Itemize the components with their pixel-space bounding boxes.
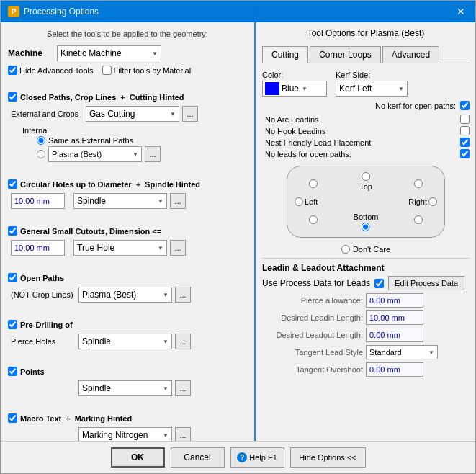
cancel-button[interactable]: Cancel: [171, 447, 225, 468]
plasma-dots-btn[interactable]: ...: [145, 146, 161, 162]
pre-drilling-controls: Pierce Holes Spindle ▼ ...: [11, 334, 247, 349]
open-paths-controls: (NOT Crop Lines) Plasma (Best) ▼ ...: [11, 287, 247, 303]
tangent-style-select[interactable]: Standard ▼: [366, 345, 438, 359]
points-dots-btn[interactable]: ...: [175, 380, 191, 396]
hide-advanced-checkbox[interactable]: [8, 66, 17, 75]
footer: OK Cancel ? Help F1 Hide Options <<: [1, 441, 475, 473]
radio-left[interactable]: [295, 197, 303, 206]
external-select[interactable]: Gas Cutting ▼: [86, 106, 179, 122]
title-bar: P Processing Options ✕: [1, 1, 475, 22]
dont-care-row: Don't Care: [262, 245, 470, 254]
checkboxes-row: Hide Advanced Tools Filter tools by Mate…: [8, 66, 247, 75]
radio-plasma[interactable]: [37, 150, 45, 158]
use-process-checkbox[interactable]: [374, 279, 384, 288]
title-bar-left: P Processing Options: [8, 6, 99, 17]
pre-drilling-tool-select[interactable]: Spindle ▼: [78, 334, 172, 349]
small-cutouts-dots-btn[interactable]: ...: [170, 240, 186, 256]
dialog-content: Select the tools to be applied to the ge…: [1, 22, 475, 441]
radio-top[interactable]: [362, 172, 370, 181]
circular-holes-checkbox[interactable]: [8, 179, 17, 189]
leadin-row: Use Process Data for Leads Edit Process …: [262, 276, 470, 290]
radio-same[interactable]: [37, 136, 45, 145]
closed-paths-checkbox[interactable]: [8, 92, 17, 102]
open-paths-checkbox[interactable]: [8, 273, 17, 282]
filter-material-checkbox[interactable]: [102, 66, 112, 75]
color-swatch: [265, 82, 279, 95]
tab-cutting[interactable]: Cutting: [262, 46, 308, 63]
tangent-style-arrow: ▼: [428, 349, 434, 356]
machine-row: Machine Kinetic Machine ▼: [8, 45, 247, 61]
ok-button[interactable]: OK: [111, 447, 165, 468]
leadin-section: Leadin & Leadout Attachment Use Process …: [262, 258, 470, 377]
hide-advanced-text: Hide Advanced Tools: [19, 66, 94, 75]
points-controls: Spindle ▼ ...: [11, 380, 247, 396]
radio-plasma-row: Plasma (Best) ▼ ...: [37, 146, 247, 162]
small-cutouts-dim[interactable]: 10.00 mm: [11, 240, 65, 256]
tab-corner-loops[interactable]: Corner Loops: [310, 46, 381, 63]
dir-bl-radio: [309, 215, 318, 224]
radio-bl[interactable]: [309, 215, 318, 224]
radio-tr[interactable]: [414, 179, 423, 188]
machine-label: Machine: [8, 48, 51, 58]
radio-same-row: Same as External Paths: [37, 136, 247, 145]
pre-drilling-checkbox[interactable]: [8, 320, 17, 329]
macro-text-tool: Marking Nitrogen: [82, 430, 148, 440]
kerf-arrow: ▼: [398, 86, 404, 92]
points-checkbox[interactable]: [8, 367, 17, 376]
dir-tr-radio: [414, 179, 423, 188]
radio-tl[interactable]: [309, 179, 318, 188]
open-paths-tool-select[interactable]: Plasma (Best) ▼: [78, 287, 172, 303]
plasma-select[interactable]: Plasma (Best) ▼: [48, 146, 142, 162]
hide-advanced-label[interactable]: Hide Advanced Tools: [8, 66, 94, 75]
processing-options-dialog: P Processing Options ✕ Select the tools …: [0, 0, 476, 474]
no-arc-checkbox[interactable]: [460, 115, 470, 124]
direction-box: Top Left Right Bottom: [287, 166, 445, 238]
close-button[interactable]: ✕: [454, 4, 468, 19]
leadin-length-label: Desired Leadin Length:: [262, 313, 363, 322]
tangent-style-label: Tangent Lead Style: [262, 348, 363, 357]
macro-text-tool-select[interactable]: Marking Nitrogen ▼: [78, 427, 172, 441]
no-leads-checkbox[interactable]: [460, 149, 470, 158]
color-select[interactable]: Blue ▼: [262, 81, 327, 97]
dir-top-label: Top: [359, 182, 372, 191]
kerf-select[interactable]: Kerf Left ▼: [336, 81, 408, 97]
pre-drilling-sublabel: Pierce Holes: [11, 337, 76, 346]
no-leads-row: No leads for open paths:: [265, 149, 470, 158]
macro-text-checkbox[interactable]: [8, 413, 17, 423]
color-value: Blue: [282, 84, 299, 94]
open-paths-dots-btn[interactable]: ...: [175, 287, 191, 303]
external-dots-btn[interactable]: ...: [182, 106, 198, 122]
small-cutouts-tool-select[interactable]: True Hole ▼: [73, 240, 167, 256]
no-hook-checkbox[interactable]: [460, 126, 470, 135]
plasma-arrow: ▼: [133, 151, 138, 158]
leadout-length-row: Desired Leadout Length: 0.00 mm: [262, 328, 470, 342]
nest-friendly-checkbox[interactable]: [460, 138, 470, 147]
machine-select[interactable]: Kinetic Machine ▼: [57, 45, 161, 61]
circular-tool-value: Spindle: [77, 196, 106, 206]
points-tool-select[interactable]: Spindle ▼: [78, 380, 172, 396]
edit-process-btn[interactable]: Edit Process Data: [388, 276, 464, 290]
radio-br[interactable]: [414, 215, 423, 224]
radio-bottom[interactable]: [362, 223, 370, 231]
circular-dots-btn[interactable]: ...: [170, 193, 186, 209]
tab-advanced[interactable]: Advanced: [382, 46, 439, 63]
machine-value: Kinetic Machine: [60, 48, 122, 58]
open-paths-sublabel: (NOT Crop Lines): [11, 290, 76, 299]
external-value: Gas Cutting: [89, 109, 135, 119]
dir-top-radio: Top: [359, 172, 372, 191]
help-text: Help F1: [249, 453, 277, 462]
radio-dont-care[interactable]: [341, 245, 350, 254]
no-kerf-checkbox[interactable]: [460, 101, 470, 110]
help-button[interactable]: ? Help F1: [230, 447, 284, 468]
small-cutouts-checkbox[interactable]: [8, 226, 17, 236]
left-panel: Select the tools to be applied to the ge…: [1, 22, 256, 441]
filter-material-label[interactable]: Filter tools by Material: [102, 66, 192, 75]
closed-paths-hint: Cutting Hinted: [130, 93, 184, 102]
circular-tool-select[interactable]: Spindle ▼: [73, 193, 167, 209]
small-cutouts-tool: True Hole: [77, 243, 114, 253]
radio-right[interactable]: [428, 197, 437, 206]
hide-options-button[interactable]: Hide Options <<: [290, 447, 366, 468]
macro-text-dots-btn[interactable]: ...: [175, 427, 191, 441]
pre-drilling-dots-btn[interactable]: ...: [175, 334, 191, 349]
circular-diameter[interactable]: 10.00 mm: [11, 193, 65, 209]
